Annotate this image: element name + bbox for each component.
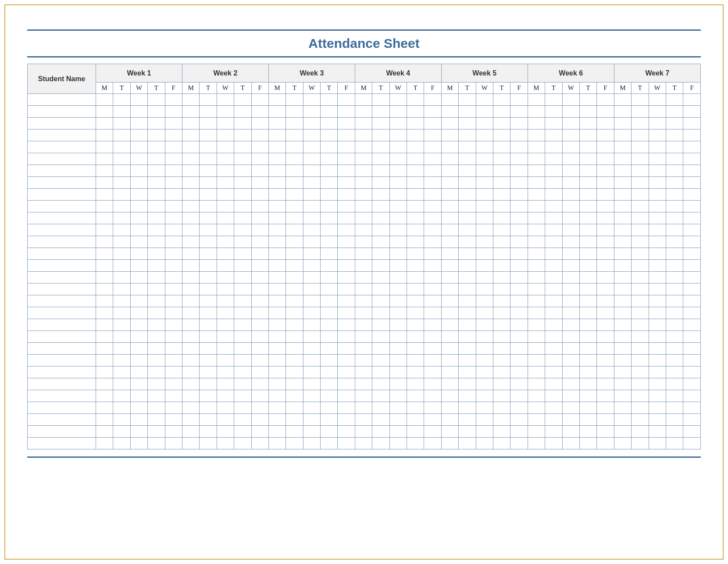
- attendance-cell[interactable]: [234, 118, 251, 129]
- attendance-cell[interactable]: [182, 378, 199, 390]
- attendance-cell[interactable]: [441, 378, 458, 390]
- attendance-cell[interactable]: [96, 260, 113, 272]
- attendance-cell[interactable]: [217, 284, 234, 295]
- attendance-cell[interactable]: [459, 177, 476, 189]
- attendance-cell[interactable]: [234, 426, 251, 438]
- student-name-cell[interactable]: [28, 355, 96, 366]
- attendance-cell[interactable]: [683, 319, 701, 331]
- attendance-cell[interactable]: [493, 366, 510, 378]
- attendance-cell[interactable]: [441, 165, 458, 177]
- attendance-cell[interactable]: [355, 106, 372, 118]
- attendance-cell[interactable]: [251, 414, 268, 426]
- attendance-cell[interactable]: [96, 165, 113, 177]
- attendance-cell[interactable]: [407, 236, 424, 248]
- attendance-cell[interactable]: [165, 378, 182, 390]
- attendance-cell[interactable]: [407, 224, 424, 236]
- attendance-cell[interactable]: [165, 106, 182, 118]
- attendance-cell[interactable]: [303, 426, 320, 438]
- attendance-cell[interactable]: [683, 248, 701, 260]
- attendance-cell[interactable]: [130, 307, 147, 319]
- attendance-cell[interactable]: [441, 201, 458, 212]
- attendance-cell[interactable]: [579, 366, 596, 378]
- attendance-cell[interactable]: [683, 438, 701, 449]
- attendance-cell[interactable]: [234, 236, 251, 248]
- attendance-cell[interactable]: [476, 153, 493, 165]
- attendance-cell[interactable]: [217, 177, 234, 189]
- attendance-cell[interactable]: [234, 284, 251, 295]
- attendance-cell[interactable]: [268, 94, 285, 106]
- attendance-cell[interactable]: [407, 426, 424, 438]
- attendance-cell[interactable]: [338, 248, 355, 260]
- attendance-cell[interactable]: [614, 94, 631, 106]
- attendance-cell[interactable]: [130, 165, 147, 177]
- attendance-cell[interactable]: [286, 129, 303, 141]
- attendance-cell[interactable]: [545, 248, 562, 260]
- attendance-cell[interactable]: [251, 212, 268, 224]
- attendance-cell[interactable]: [217, 165, 234, 177]
- attendance-cell[interactable]: [355, 319, 372, 331]
- attendance-cell[interactable]: [407, 390, 424, 402]
- attendance-cell[interactable]: [545, 343, 562, 355]
- attendance-cell[interactable]: [130, 189, 147, 201]
- attendance-cell[interactable]: [632, 201, 649, 212]
- attendance-cell[interactable]: [476, 165, 493, 177]
- attendance-cell[interactable]: [649, 355, 666, 366]
- attendance-cell[interactable]: [165, 272, 182, 284]
- attendance-cell[interactable]: [96, 189, 113, 201]
- attendance-cell[interactable]: [165, 94, 182, 106]
- attendance-cell[interactable]: [96, 426, 113, 438]
- attendance-cell[interactable]: [217, 272, 234, 284]
- attendance-cell[interactable]: [338, 201, 355, 212]
- attendance-cell[interactable]: [441, 355, 458, 366]
- attendance-cell[interactable]: [148, 141, 165, 153]
- attendance-cell[interactable]: [597, 319, 614, 331]
- student-name-cell[interactable]: [28, 201, 96, 212]
- attendance-cell[interactable]: [493, 378, 510, 390]
- attendance-cell[interactable]: [441, 129, 458, 141]
- attendance-cell[interactable]: [217, 295, 234, 307]
- attendance-cell[interactable]: [234, 414, 251, 426]
- attendance-cell[interactable]: [459, 366, 476, 378]
- attendance-cell[interactable]: [476, 224, 493, 236]
- attendance-cell[interactable]: [182, 343, 199, 355]
- student-name-cell[interactable]: [28, 236, 96, 248]
- attendance-cell[interactable]: [165, 201, 182, 212]
- attendance-cell[interactable]: [321, 319, 338, 331]
- attendance-cell[interactable]: [597, 141, 614, 153]
- attendance-cell[interactable]: [338, 355, 355, 366]
- attendance-cell[interactable]: [321, 248, 338, 260]
- attendance-cell[interactable]: [286, 165, 303, 177]
- attendance-cell[interactable]: [579, 260, 596, 272]
- attendance-cell[interactable]: [148, 224, 165, 236]
- attendance-cell[interactable]: [303, 165, 320, 177]
- attendance-cell[interactable]: [632, 307, 649, 319]
- attendance-cell[interactable]: [545, 165, 562, 177]
- attendance-cell[interactable]: [355, 426, 372, 438]
- attendance-cell[interactable]: [666, 201, 683, 212]
- attendance-cell[interactable]: [200, 248, 217, 260]
- attendance-cell[interactable]: [632, 366, 649, 378]
- attendance-cell[interactable]: [649, 272, 666, 284]
- attendance-cell[interactable]: [268, 284, 285, 295]
- attendance-cell[interactable]: [372, 165, 389, 177]
- attendance-cell[interactable]: [666, 378, 683, 390]
- attendance-cell[interactable]: [407, 118, 424, 129]
- attendance-cell[interactable]: [130, 236, 147, 248]
- attendance-cell[interactable]: [510, 189, 528, 201]
- attendance-cell[interactable]: [389, 118, 407, 129]
- attendance-cell[interactable]: [459, 141, 476, 153]
- attendance-cell[interactable]: [148, 129, 165, 141]
- attendance-cell[interactable]: [182, 153, 199, 165]
- attendance-cell[interactable]: [268, 390, 285, 402]
- attendance-cell[interactable]: [148, 307, 165, 319]
- attendance-cell[interactable]: [303, 319, 320, 331]
- attendance-cell[interactable]: [649, 94, 666, 106]
- attendance-cell[interactable]: [476, 295, 493, 307]
- attendance-cell[interactable]: [597, 129, 614, 141]
- attendance-cell[interactable]: [389, 331, 407, 343]
- attendance-cell[interactable]: [424, 426, 441, 438]
- attendance-cell[interactable]: [372, 118, 389, 129]
- attendance-cell[interactable]: [441, 94, 458, 106]
- attendance-cell[interactable]: [130, 94, 147, 106]
- attendance-cell[interactable]: [165, 224, 182, 236]
